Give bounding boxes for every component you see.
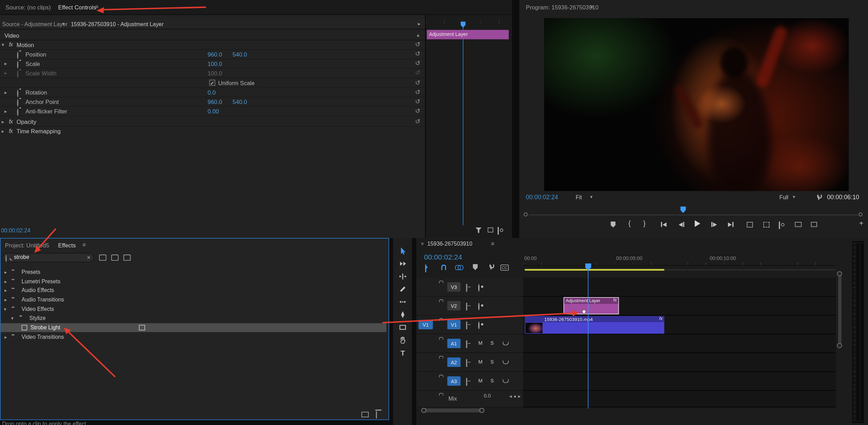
go-to-in-icon[interactable] <box>661 222 667 227</box>
search-input[interactable] <box>14 254 80 260</box>
twirl-icon[interactable]: ▸ <box>5 90 7 95</box>
comparison-view-icon[interactable] <box>795 222 802 227</box>
close-tab-icon[interactable]: × <box>421 241 424 247</box>
track-select-forward-tool[interactable] <box>399 260 407 268</box>
reset-icon[interactable]: ↺ <box>415 80 421 85</box>
program-timecode[interactable]: 00:00:02:24 <box>526 194 558 200</box>
ec-row-time-remapping[interactable]: ▸ fx Time Remapping <box>0 127 425 136</box>
mini-ruler[interactable] <box>426 20 513 24</box>
work-area-bar[interactable] <box>525 269 665 271</box>
add-marker-icon[interactable] <box>473 264 478 270</box>
rectangle-tool[interactable] <box>399 323 407 331</box>
selection-tool[interactable] <box>399 247 407 255</box>
horizontal-scrollbar-right-handle[interactable] <box>480 408 484 413</box>
stopwatch-icon[interactable] <box>17 109 18 116</box>
previous-keyframe-icon[interactable]: ◀ <box>509 394 512 398</box>
play-button-icon[interactable] <box>695 220 700 227</box>
scrubber-right-handle[interactable] <box>859 212 862 216</box>
go-to-out-icon[interactable] <box>728 222 734 227</box>
play-in-to-out-icon[interactable] <box>488 228 493 232</box>
solo-button[interactable]: S <box>490 359 494 365</box>
ec-timecode[interactable]: 00:00:02:24 <box>1 228 30 233</box>
captions-icon[interactable]: CC <box>500 264 509 270</box>
track-badge-v1[interactable]: V1 <box>447 320 461 329</box>
reset-icon[interactable]: ↺ <box>415 118 421 124</box>
extract-icon[interactable] <box>763 222 769 228</box>
source-patch-v1[interactable]: V1 <box>418 320 433 329</box>
twirl-icon[interactable]: ▸ <box>5 269 7 275</box>
next-keyframe-icon[interactable]: ▶ <box>518 394 521 398</box>
accelerated-effects-filter-icon[interactable] <box>99 255 106 261</box>
reset-icon[interactable]: ↺ <box>415 51 421 57</box>
zoom-level-dropdown[interactable]: Fit <box>576 194 582 200</box>
tree-item-stylize[interactable]: ▾ Stylize <box>1 314 388 322</box>
track-badge-v2[interactable]: V2 <box>447 301 461 311</box>
reset-icon[interactable]: ↺ <box>415 89 421 95</box>
time-ruler[interactable]: 00:00 00:00:05:00 00:00:10:00 <box>523 250 836 266</box>
stopwatch-icon[interactable] <box>17 99 18 107</box>
reset-icon[interactable]: ↺ <box>415 42 421 47</box>
track-content-v3[interactable] <box>523 278 836 297</box>
collapse-section-icon[interactable]: ▴ <box>417 32 419 38</box>
tree-item-strobe-light[interactable]: Strobe Light <box>1 323 387 332</box>
tree-item-presets[interactable]: ▸ Presets <box>1 268 388 277</box>
twirl-open-icon[interactable]: ▾ <box>2 42 4 48</box>
tree-item-audio-effects[interactable]: ▸ Audio Effects <box>1 286 388 295</box>
track-badge-a1[interactable]: A1 <box>447 339 461 348</box>
sync-lock-icon[interactable] <box>466 303 467 311</box>
stopwatch-icon[interactable] <box>17 61 18 68</box>
sync-lock-icon[interactable] <box>466 340 467 348</box>
sync-lock-icon[interactable] <box>466 359 467 367</box>
twirl-icon[interactable]: ▸ <box>2 128 4 134</box>
mute-button[interactable]: M <box>478 378 482 383</box>
chevron-right-icon[interactable]: ▸ <box>418 21 421 27</box>
sync-lock-icon[interactable] <box>466 284 467 292</box>
ec-row-opacity[interactable]: ▸ fx Opacity ↺ <box>0 117 425 127</box>
delete-icon[interactable] <box>376 411 377 418</box>
anchor-x-value[interactable]: 960.0 <box>208 98 222 105</box>
track-badge-a3[interactable]: A3 <box>447 376 461 386</box>
hand-tool[interactable] <box>399 336 407 344</box>
twirl-open-icon[interactable]: ▾ <box>4 307 6 312</box>
panel-menu-icon[interactable]: ≡ <box>590 3 594 10</box>
twirl-icon[interactable]: ▸ <box>5 297 7 303</box>
timeline-timecode[interactable]: 00:00:02:24 <box>424 253 462 261</box>
mark-in-icon[interactable]: { <box>628 219 631 228</box>
razor-tool[interactable] <box>399 285 407 293</box>
panel-menu-icon[interactable]: ≡ <box>95 3 99 10</box>
snap-icon[interactable] <box>441 264 446 270</box>
position-x-value[interactable]: 960.0 <box>208 51 222 58</box>
add-keyframe-icon[interactable]: ◆ <box>514 394 516 398</box>
add-marker-icon[interactable] <box>610 221 615 227</box>
program-panel-title[interactable]: Program: 15936-267503910 <box>526 4 599 10</box>
pen-tool[interactable] <box>399 311 407 319</box>
vertical-scrollbar-top-handle[interactable] <box>837 271 842 276</box>
reset-icon[interactable]: ↺ <box>415 108 421 114</box>
program-playhead[interactable] <box>680 207 686 213</box>
playback-resolution-dropdown[interactable]: Full <box>779 194 788 200</box>
effects-search-box[interactable]: × <box>2 253 94 262</box>
step-forward-icon[interactable] <box>711 222 717 227</box>
track-content-a3[interactable] <box>523 372 836 391</box>
step-back-icon[interactable] <box>679 222 684 227</box>
mini-adjustment-clip[interactable]: Adjustment Layer <box>427 30 509 39</box>
uniform-scale-checkbox[interactable]: ✓ <box>209 80 215 85</box>
stopwatch-icon[interactable] <box>17 52 18 59</box>
insert-as-nest-icon[interactable] <box>425 264 426 272</box>
twirl-icon[interactable]: ▸ <box>5 70 7 76</box>
clear-search-icon[interactable]: × <box>87 254 90 261</box>
horizontal-scrollbar-left-handle[interactable] <box>421 408 426 413</box>
twirl-open-icon[interactable]: ▾ <box>11 315 14 321</box>
twirl-icon[interactable]: ▸ <box>5 334 7 340</box>
mute-button[interactable]: M <box>478 340 482 346</box>
tab-source-monitor[interactable]: Source: (no clips) <box>6 4 51 10</box>
panel-menu-icon[interactable]: ≡ <box>82 241 86 248</box>
track-output-eye-icon[interactable] <box>478 303 479 311</box>
scale-value[interactable]: 100.0 <box>208 60 222 67</box>
mark-out-icon[interactable]: } <box>643 219 646 228</box>
yuv-effects-filter-icon[interactable] <box>124 255 131 261</box>
solo-button[interactable]: S <box>490 340 494 346</box>
clip-video[interactable]: 15936-267503910.mp4 fx <box>525 316 665 334</box>
mini-playhead-marker[interactable] <box>461 22 466 28</box>
type-tool[interactable]: T <box>399 349 407 357</box>
